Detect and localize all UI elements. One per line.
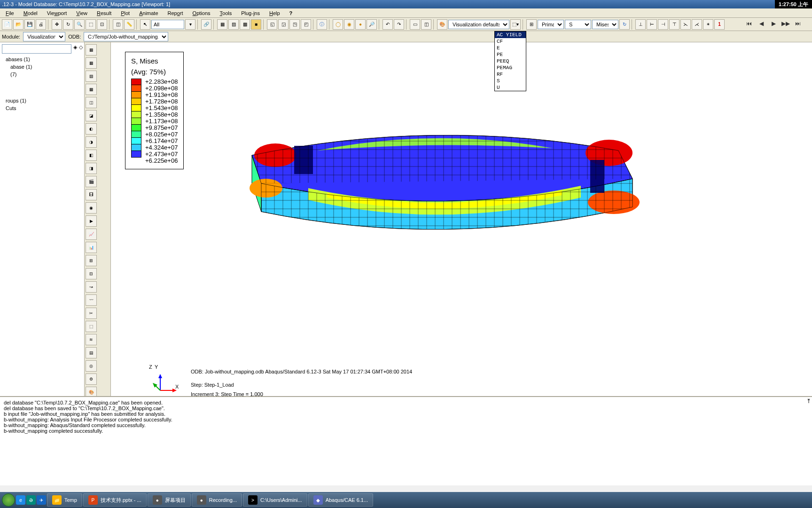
next-frame-button[interactable]: ▶▶ [781,20,790,27]
palette-icon[interactable]: 🎨 [437,19,447,30]
tree-databases[interactable]: abases (1) [2,56,82,63]
viewport1-icon[interactable]: ▭ [410,19,420,30]
viewport[interactable]: S, Mises (Avg: 75%) +2.283e+08+2.098e+08… [111,42,812,396]
iso1-icon[interactable]: ◱ [267,19,277,30]
number-indicator[interactable]: 1 [714,19,725,30]
axis-3-icon[interactable]: ⊣ [658,19,668,30]
menu-file[interactable]: File [2,9,18,16]
iso4-icon[interactable]: ◰ [301,19,311,30]
tool-anim-options-icon[interactable]: ▶ [86,215,97,227]
tool-history-output-icon[interactable]: ⊟ [86,268,97,279]
variable-select[interactable]: S [565,20,591,29]
tree-tool2-icon[interactable]: ◇ [79,44,83,54]
cube-icon[interactable]: ⬚▾ [510,19,521,30]
field-output-dropdown[interactable]: AC YIELD CF E PE PEEQ PEMAG RF S U [494,31,526,91]
rotate-icon[interactable]: ↻ [63,19,73,30]
tool-freebody-icon[interactable]: ⬚ [86,321,97,332]
tool-path-icon[interactable]: ↝ [86,281,97,293]
open-icon[interactable]: 📂 [13,19,23,30]
tree-cuts[interactable]: Cuts [2,104,82,112]
tool-dg-icon[interactable]: ▤ [86,347,97,358]
triad-icon[interactable]: ✴ [703,19,713,30]
perspective-icon[interactable]: ◫ [113,19,123,30]
circle2-icon[interactable]: ◉ [344,19,354,30]
taskbar[interactable]: e Ə ✈ 📁Temp P技术支持.pptx - ... ●屏幕项目 ●Reco… [0,492,812,508]
dropdown-item-cf[interactable]: CF [495,38,526,45]
task-cmd[interactable]: >C:\Users\Admini... [243,493,307,507]
component-select[interactable]: Mises [592,20,618,29]
menu-plugins[interactable]: Plug-ins [237,9,264,16]
viewport2-icon[interactable]: ◫ [421,19,431,30]
menu-viewport[interactable]: Viewport [43,9,71,16]
box-zoom-icon[interactable]: ⬚ [86,19,96,30]
fit-icon[interactable]: ⊡ [97,19,107,30]
task-abaqus[interactable]: ◆Abaqus/CAE 6.1... [308,493,374,507]
model-tree[interactable]: ◈ ◇ ⚙ abases (1) abase (1) (7) roups (1)… [0,42,85,396]
axis-2-icon[interactable]: ⊢ [647,19,657,30]
tool-anim-time-icon[interactable]: 🎞 [86,189,97,200]
query-icon[interactable]: 🔎 [367,19,377,30]
tool-xyplot-icon[interactable]: 📈 [86,229,97,240]
menu-report[interactable]: Report [164,9,187,16]
dropdown-item-acyield[interactable]: AC YIELD [495,32,526,38]
selection-filter[interactable] [151,20,184,29]
task-bird-icon[interactable]: ✈ [37,495,46,505]
render-wire-icon[interactable]: ▦ [217,19,227,30]
dropdown-item-rf[interactable]: RF [495,71,526,78]
arrow-icon[interactable]: ↖ [140,19,150,30]
menu-model[interactable]: Model [20,9,41,16]
tool-plot-undeformed-icon[interactable]: ▦ [86,44,97,56]
new-icon[interactable]: 📄 [2,19,12,30]
dropdown-item-pemag[interactable]: PEMAG [495,64,526,71]
axis-6-icon[interactable]: ⋌ [692,19,702,30]
pan-icon[interactable]: ✥ [52,19,62,30]
odb-select[interactable]: C:/Temp/Job-without_mapping.odb [84,32,168,41]
tool-common-icon[interactable]: ◐ [86,123,97,135]
tool-contour-icon[interactable]: ▨ [86,71,97,82]
dropdown-item-s[interactable]: S [495,78,526,84]
axis-5-icon[interactable]: ⋋ [680,19,691,30]
tree-groups[interactable]: roups (1) [2,97,82,104]
prev-frame-button[interactable]: ◀ [757,20,766,27]
ruler-icon[interactable]: 📏 [124,19,134,30]
iso3-icon[interactable]: ◳ [289,19,300,30]
undo-icon[interactable]: ↶ [383,19,393,30]
tool-mesh-icon[interactable]: ◨ [86,163,97,174]
render-shaded-icon[interactable]: ■ [251,19,261,30]
primary-select[interactable]: Primary [538,20,564,29]
first-frame-button[interactable]: ⏮ [744,20,754,27]
scroll-icon[interactable]: ⤒ [806,398,811,405]
tool-material-icon[interactable]: ◫ [86,97,97,108]
tool-symbol-icon[interactable]: ▩ [86,84,97,95]
dropdown-icon[interactable]: ▾ [185,19,195,30]
save-icon[interactable]: 💾 [24,19,35,30]
info-icon[interactable]: ⓘ [317,19,327,30]
render-fill-icon[interactable]: ▩ [240,19,250,30]
menu-animate[interactable]: Animate [135,9,162,16]
print-icon[interactable]: 🖨 [36,19,46,30]
task-ppt[interactable]: P技术支持.pptx - ... [83,493,147,507]
module-select[interactable]: Visualization [23,32,65,41]
start-button[interactable] [2,493,15,507]
link-icon[interactable]: 🔗 [201,19,211,30]
tool-stream-icon[interactable]: ≋ [86,334,97,345]
axis-4-icon[interactable]: ⊤ [669,19,679,30]
zoom-icon[interactable]: 🔍 [74,19,85,30]
menu-options[interactable]: Options [189,9,214,16]
circle3-icon[interactable]: ● [355,19,366,30]
tool-options-icon[interactable]: ⚙ [86,373,97,385]
tree-database[interactable]: abase (1) [2,63,82,71]
tool-superimpose-icon[interactable]: ◑ [86,136,97,148]
tool-field-output-icon[interactable]: ⊞ [86,255,97,266]
dropdown-item-peeq[interactable]: PEEQ [495,58,526,64]
tool-overlay-icon[interactable]: ◧ [86,150,97,161]
menu-view[interactable]: View [72,9,91,16]
dropdown-item-e[interactable]: E [495,45,526,51]
menu-question[interactable]: ? [286,9,297,16]
iso2-icon[interactable]: ◲ [278,19,289,30]
field-toggle-icon[interactable]: ⊞ [526,19,537,30]
task-rec[interactable]: ●屏幕项目 [148,493,191,507]
visualization-defaults-select[interactable]: Visualization defaults [448,20,509,29]
menu-result[interactable]: Result [93,9,115,16]
task-rec2[interactable]: ●Recording... [192,493,242,507]
